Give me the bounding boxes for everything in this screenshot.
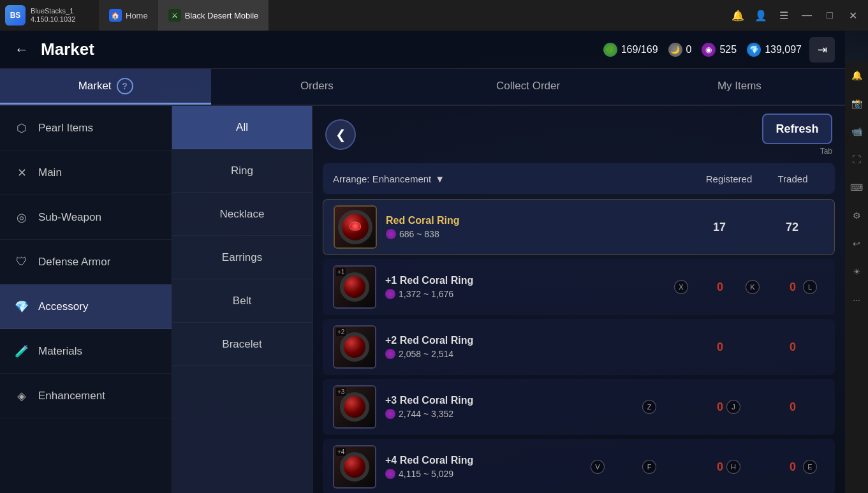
bluestacks-topbar: BS BlueStacks_1 4.150.10.1032 🏠 Home ⚔ B… (0, 0, 868, 31)
tab-orders[interactable]: Orders (211, 69, 422, 105)
moon-icon: 🌙 (668, 43, 682, 57)
rb-notifications[interactable]: 🔔 (848, 66, 865, 84)
help-icon[interactable]: ? (117, 78, 133, 94)
price-icon (385, 409, 395, 419)
submenu-bracelet[interactable]: Bracelet (172, 323, 312, 366)
content-area: ⬡ Pearl Items ✕ Main ◎ Sub-Weapon 🛡 Defe… (0, 106, 845, 493)
item-thumbnail: +1 (333, 265, 376, 309)
market-title: Market (41, 40, 94, 59)
item-price: 1,372 ~ 1,676 (385, 289, 679, 299)
moon-stat: 🌙 0 (668, 43, 692, 57)
item-info: +1 Red Coral Ring 1,372 ~ 1,676 (385, 275, 679, 299)
tab-my-items-label: My Items (717, 80, 761, 92)
maximize-icon[interactable]: □ (822, 10, 837, 21)
blue-value: 139,097 (765, 44, 802, 55)
refresh-button[interactable]: Refresh (762, 114, 832, 144)
bell-icon[interactable]: 🔔 (730, 10, 746, 22)
table-row[interactable]: +1 +1 Red Coral Ring 1,372 ~ 1,676 0 0 (323, 259, 835, 315)
enhancement-badge: +1 (336, 268, 346, 276)
submenu-ring[interactable]: Ring (172, 149, 312, 193)
sidebar-defense-armor-label: Defense Armor (38, 256, 110, 269)
tab-my-items[interactable]: My Items (634, 69, 845, 105)
tab-collect-order[interactable]: Collect Order (423, 69, 634, 105)
rb-more[interactable]: ··· (848, 291, 865, 309)
energy-stat: 🌿 169/169 (603, 43, 658, 57)
arrange-button[interactable]: Arrange: Enhancement ▼ (333, 173, 445, 184)
item-registered: 0 (688, 460, 752, 474)
back-button[interactable]: ← (10, 38, 33, 61)
refresh-label: Refresh (776, 122, 818, 136)
submenu-all-label: All (236, 121, 248, 134)
rb-back[interactable]: ↩ (848, 235, 865, 253)
sidebar-item-pearl-items[interactable]: ⬡ Pearl Items (0, 106, 172, 151)
sidebar-item-defense-armor[interactable]: 🛡 Defense Armor (0, 240, 172, 284)
kb-hint-e: E (803, 460, 817, 474)
game-tab-label: Black Desert Mobile (185, 11, 259, 20)
rb-settings[interactable]: ⚙ (848, 207, 865, 224)
item-registered: 0 (688, 281, 752, 294)
purple-stat: ◉ 525 (702, 43, 737, 57)
table-row[interactable]: +2 +2 Red Coral Ring 2,058 ~ 2,514 0 0 (323, 319, 835, 375)
kb-hint-l: L (803, 280, 817, 294)
game-tab-icon: ⚔ (168, 9, 181, 22)
price-icon (385, 289, 395, 299)
sidebar-pearl-items-label: Pearl Items (38, 122, 93, 135)
item-thumbnail (334, 205, 377, 249)
minimize-icon[interactable]: — (799, 10, 814, 21)
table-row[interactable]: +4 +4 Red Coral Ring 4,115 ~ 5,029 0 0 (323, 439, 835, 493)
table-header: Arrange: Enhancement ▼ Registered Traded (323, 163, 835, 194)
table-row[interactable]: Red Coral Ring 686 ~ 838 17 72 (323, 199, 835, 255)
sidebar-item-materials[interactable]: 🧪 Materials (0, 329, 172, 374)
price-icon (385, 349, 395, 359)
exit-button[interactable]: ⇥ (809, 37, 835, 63)
enhancement-icon: ◈ (13, 387, 31, 405)
price-text: 686 ~ 838 (399, 229, 439, 239)
right-control-bar: 🔔 📸 📹 ⛶ ⌨ ⚙ ↩ ☀ ··· (845, 61, 868, 493)
kb-hint-h: H (726, 460, 740, 474)
menu-icon[interactable]: ☰ (776, 10, 791, 22)
game-tab[interactable]: ⚔ Black Desert Mobile (158, 0, 269, 31)
sidebar-main-label: Main (38, 166, 62, 179)
nav-back-button[interactable]: ❮ (325, 119, 356, 150)
sub-menu: All Ring Necklace Earrings Belt Bracelet (172, 106, 313, 493)
ring-icon (338, 210, 372, 244)
item-price: 2,058 ~ 2,514 (385, 349, 679, 359)
blue-stat: 💎 139,097 (747, 43, 802, 57)
table-row[interactable]: +3 +3 Red Coral Ring 2,744 ~ 3,352 0 0 (323, 379, 835, 435)
traded-column-header: Traded (761, 173, 825, 184)
home-tab[interactable]: 🏠 Home (99, 0, 158, 31)
sidebar-item-main[interactable]: ✕ Main (0, 151, 172, 195)
price-text: 1,372 ~ 1,676 (399, 289, 453, 299)
sidebar-item-accessory[interactable]: 💎 Accessory (0, 284, 172, 329)
submenu-all[interactable]: All (172, 106, 312, 149)
rb-fullscreen[interactable]: ⛶ (848, 151, 865, 168)
submenu-belt[interactable]: Belt (172, 279, 312, 323)
submenu-earrings-label: Earrings (222, 251, 262, 264)
kb-hint-j: J (726, 400, 740, 414)
accessory-icon: 💎 (13, 298, 31, 316)
rb-brightness[interactable]: ☀ (848, 263, 865, 281)
tab-market[interactable]: Market ? (0, 69, 211, 105)
purple-value: 525 (719, 44, 737, 55)
rb-video[interactable]: 📹 (848, 122, 865, 140)
rb-keyboard[interactable]: ⌨ (848, 179, 865, 196)
bluestacks-version: BlueStacks_1 4.150.10.1032 (31, 7, 75, 24)
sidebar-item-sub-weapon[interactable]: ◎ Sub-Weapon (0, 195, 172, 240)
item-registered: 0 (688, 341, 752, 354)
tab-orders-label: Orders (300, 80, 334, 92)
item-info: +2 Red Coral Ring 2,058 ~ 2,514 (385, 335, 679, 359)
enhancement-badge: +3 (336, 388, 346, 396)
item-info: Red Coral Ring 686 ~ 838 (386, 215, 679, 239)
close-icon[interactable]: ✕ (845, 10, 860, 22)
item-registered: 0 (688, 401, 752, 414)
sidebar-materials-label: Materials (38, 345, 82, 358)
item-name: Red Coral Ring (386, 215, 679, 226)
submenu-necklace-label: Necklace (220, 208, 265, 221)
kb-hint-v: V (591, 460, 605, 474)
sidebar-item-enhancement[interactable]: ◈ Enhancement (0, 374, 172, 418)
submenu-necklace[interactable]: Necklace (172, 193, 312, 236)
item-traded: 0 (761, 401, 825, 414)
user-icon[interactable]: 👤 (753, 10, 769, 22)
submenu-earrings[interactable]: Earrings (172, 236, 312, 279)
rb-screenshot[interactable]: 📸 (848, 94, 865, 112)
